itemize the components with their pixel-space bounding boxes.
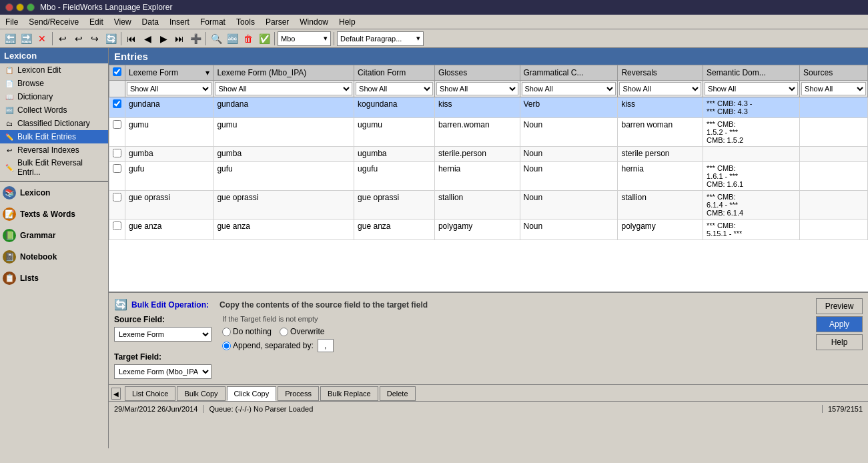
redo-button[interactable]: ↪ xyxy=(87,31,102,46)
filter-gram-select[interactable]: Show All xyxy=(522,82,616,95)
target-field-select[interactable]: Lexeme Form (Mbo_IPA xyxy=(114,364,211,379)
forward-button[interactable]: 🔜 xyxy=(19,31,33,46)
filter-button[interactable]: 🔍 xyxy=(209,31,224,46)
tab-click-copy[interactable]: Click Copy xyxy=(227,386,277,401)
check-button[interactable]: ✅ xyxy=(257,31,272,46)
stop-button[interactable]: ✕ xyxy=(35,31,49,46)
filter-sem-select[interactable]: Show All xyxy=(705,82,798,95)
filter-lexeme-ipa[interactable]: Show All xyxy=(213,81,354,97)
nav-next[interactable]: ▶ xyxy=(156,31,171,46)
row-check-2[interactable] xyxy=(109,147,125,162)
undo-button[interactable]: ↩ xyxy=(55,31,70,46)
maximize-button[interactable] xyxy=(27,3,35,11)
filter-citation[interactable]: Show All xyxy=(354,81,435,97)
filter-ipa-select[interactable]: Show All xyxy=(215,82,352,95)
filter-lexeme[interactable]: Show All xyxy=(125,81,213,97)
col-citation[interactable]: Citation Form xyxy=(354,65,435,81)
cell-citation-4: gue oprassi xyxy=(354,191,435,219)
tab-process[interactable]: Process xyxy=(278,386,319,401)
filter-citation-select[interactable]: Show All xyxy=(356,82,433,95)
sb-notebook[interactable]: 📓 Notebook xyxy=(0,246,108,268)
sb-lexicon[interactable]: 📚 Lexicon xyxy=(0,182,108,203)
menu-send-receive[interactable]: Send/Receive xyxy=(23,16,84,28)
select-all-checkbox[interactable] xyxy=(113,67,121,76)
col-semantic[interactable]: Semantic Dom... xyxy=(703,65,800,81)
close-button[interactable] xyxy=(5,3,13,11)
cell-reversal-1: barren woman xyxy=(618,118,703,147)
filter-glosses-select[interactable]: Show All xyxy=(436,82,518,95)
paragraph-style-dropdown[interactable]: Default Paragrap... xyxy=(337,31,424,46)
filter-semantic[interactable]: Show All xyxy=(703,81,800,97)
col-lexeme-ipa[interactable]: Lexeme Form (Mbo_IPA) xyxy=(213,65,354,81)
table-container[interactable]: Lexeme Form▾ Lexeme Form (Mbo_IPA) Citat… xyxy=(109,65,868,292)
col-sources[interactable]: Sources xyxy=(800,65,868,81)
menu-file[interactable]: File xyxy=(0,16,23,28)
tab-delete[interactable]: Delete xyxy=(380,386,416,401)
sidebar-item-lexicon-edit[interactable]: 📋 Lexicon Edit xyxy=(0,63,108,77)
filter-sources[interactable]: Show All xyxy=(800,81,868,97)
sidebar-item-reversal[interactable]: ↩ Reversal Indexes xyxy=(0,143,108,157)
location-dropdown[interactable]: Mbo xyxy=(278,31,331,46)
col-reversals[interactable]: Reversals xyxy=(618,65,703,81)
row-check-5[interactable] xyxy=(109,219,125,240)
sb-lists[interactable]: 📋 Lists xyxy=(0,268,108,289)
menu-window[interactable]: Window xyxy=(294,16,334,28)
sb-texts-words[interactable]: 📝 Texts & Words xyxy=(0,203,108,225)
sb-grammar[interactable]: 📗 Grammar xyxy=(0,225,108,246)
nav-prev[interactable]: ◀ xyxy=(140,31,155,46)
preview-button[interactable]: Preview xyxy=(816,298,863,314)
sidebar-item-collect-words[interactable]: 🔤 Collect Words xyxy=(0,103,108,117)
refresh-button[interactable]: 🔄 xyxy=(103,31,118,46)
menu-format[interactable]: Format xyxy=(195,16,231,28)
filter-glosses[interactable]: Show All xyxy=(434,81,520,97)
col-grammatical[interactable]: Grammatical C... xyxy=(520,65,618,81)
col-glosses[interactable]: Glosses xyxy=(434,65,520,81)
tab-bulk-replace[interactable]: Bulk Replace xyxy=(320,386,378,401)
tab-list-choice[interactable]: List Choice xyxy=(125,386,175,401)
row-check-0[interactable] xyxy=(109,97,125,118)
tab-bulk-copy[interactable]: Bulk Copy xyxy=(177,386,225,401)
sidebar-item-bulk-edit-reversal[interactable]: ✏️ Bulk Edit Reversal Entri... xyxy=(0,157,108,178)
delete-button[interactable]: 🗑 xyxy=(241,31,256,46)
sort-button[interactable]: 🔤 xyxy=(225,31,240,46)
filter-rev-select[interactable]: Show All xyxy=(619,82,701,95)
minimize-button[interactable] xyxy=(16,3,24,11)
tab-scroll-left[interactable]: ◀ xyxy=(111,388,121,400)
nav-first[interactable]: ⏮ xyxy=(124,31,139,46)
sidebar-item-dictionary[interactable]: 📖 Dictionary xyxy=(0,90,108,103)
window-controls[interactable] xyxy=(5,3,35,11)
apply-button[interactable]: Apply xyxy=(816,316,863,332)
filter-lexeme-select[interactable]: Show All xyxy=(127,82,211,95)
toolbar: 🔙 🔜 ✕ ↩ ↩ ↪ 🔄 ⏮ ◀ ▶ ⏭ ➕ 🔍 🔤 🗑 ✅ Mbo Defa… xyxy=(0,29,868,48)
append-radio[interactable]: Append, separated by: xyxy=(222,341,314,350)
menu-data[interactable]: Data xyxy=(137,16,164,28)
cell-sources-4 xyxy=(800,191,868,219)
menu-view[interactable]: View xyxy=(109,16,137,28)
help-button[interactable]: Help xyxy=(816,334,863,350)
col-check[interactable] xyxy=(109,65,125,81)
col-lexeme-form[interactable]: Lexeme Form▾ xyxy=(125,65,213,81)
row-check-4[interactable] xyxy=(109,191,125,219)
cell-ipa-5: gue anza xyxy=(213,219,354,240)
row-check-3[interactable] xyxy=(109,162,125,191)
row-check-1[interactable] xyxy=(109,118,125,147)
back-button[interactable]: 🔙 xyxy=(3,31,17,46)
undo2-button[interactable]: ↩ xyxy=(71,31,86,46)
menu-help[interactable]: Help xyxy=(334,16,361,28)
menu-parser[interactable]: Parser xyxy=(260,16,294,28)
sidebar-item-browse[interactable]: 📄 Browse xyxy=(0,77,108,90)
source-field-select[interactable]: Lexeme Form xyxy=(114,327,211,342)
nav-add[interactable]: ➕ xyxy=(188,31,203,46)
filter-reversals[interactable]: Show All xyxy=(618,81,703,97)
filter-src-select[interactable]: Show All xyxy=(801,82,866,95)
menu-tools[interactable]: Tools xyxy=(231,16,260,28)
overwrite-radio[interactable]: Overwrite xyxy=(280,327,324,336)
filter-grammatical[interactable]: Show All xyxy=(520,81,618,97)
nav-last[interactable]: ⏭ xyxy=(172,31,187,46)
sidebar-item-classified-dict[interactable]: 🗂 Classified Dictionary xyxy=(0,117,108,130)
menu-insert[interactable]: Insert xyxy=(164,16,195,28)
sidebar-item-bulk-edit[interactable]: ✏️ Bulk Edit Entries xyxy=(0,130,108,143)
separator-input[interactable] xyxy=(318,339,334,352)
do-nothing-radio[interactable]: Do nothing xyxy=(222,327,272,336)
menu-edit[interactable]: Edit xyxy=(84,16,109,28)
